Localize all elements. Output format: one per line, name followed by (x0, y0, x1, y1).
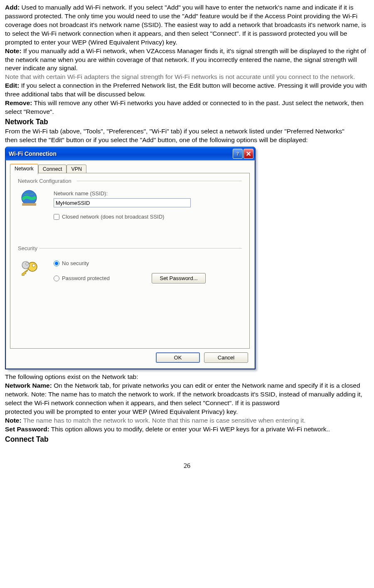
heading-connect-tab: Connect Tab (5, 435, 369, 445)
radio-password-protected-label: Password protected (62, 275, 110, 282)
svg-point-7 (26, 263, 28, 265)
add-text: Used to manually add Wi-Fi network. If y… (5, 4, 366, 46)
edit-label: Edit: (5, 82, 19, 89)
paragraph-note2: Note: The name has to match the network … (5, 416, 369, 425)
set-password-button[interactable]: Set Password... (152, 273, 206, 283)
close-button[interactable] (244, 149, 253, 159)
close-icon (246, 151, 251, 157)
dialog-screenshot: Wi-Fi Connection ? Network Connect VPN N… (5, 147, 257, 369)
paragraph-network-name: Network Name: On the Network tab, for pr… (5, 381, 369, 408)
paragraph-note1: Note: If you manually add a Wi-Fi networ… (5, 47, 369, 73)
note1-label: Note: (5, 47, 22, 54)
groupbox-security-line (39, 248, 242, 248)
closed-network-label: Closed network (does not broadcast SSID) (62, 213, 164, 221)
closed-network-checkbox-wrap[interactable]: Closed network (does not broadcast SSID) (54, 213, 164, 221)
globe-icon (20, 189, 38, 207)
network-name-text: On the Network tab, for private networks… (5, 382, 362, 406)
network-tab-intro1: From the Wi-Fi tab (above, "Tools", "Pre… (5, 127, 369, 136)
svg-point-5 (32, 264, 35, 267)
note2-label: Note: (5, 417, 22, 424)
radio-no-security-wrap[interactable]: No security (54, 260, 89, 267)
radio-password-protected[interactable] (54, 276, 59, 281)
tab-panel: Network Configuration Network name (SSID… (10, 173, 250, 349)
dialog-title: Wi-Fi Connection (9, 150, 232, 158)
radio-no-security-label: No security (62, 260, 89, 267)
svg-text:?: ? (236, 151, 239, 157)
groupbox-network-config-line (77, 181, 242, 181)
paragraph-add: Add: Used to manually add Wi-Fi network.… (5, 3, 369, 47)
note2-gray-text: The name has to match the network to wor… (22, 417, 306, 424)
ssid-input[interactable] (54, 198, 191, 207)
remove-text: This will remove any other Wi-Fi network… (5, 99, 364, 115)
edit-text: If you select a connection in the Prefer… (5, 82, 367, 98)
add-label: Add: (5, 4, 20, 11)
set-password-text: This option allows you to modify, delete… (49, 426, 330, 433)
radio-password-protected-wrap[interactable]: Password protected (54, 275, 110, 282)
radio-no-security[interactable] (54, 261, 59, 266)
network-tab-intro2: then select the "Edit" button or if you … (5, 136, 369, 145)
paragraph-edit: Edit: If you select a connection in the … (5, 81, 369, 99)
network-name-label: Network Name: (5, 382, 52, 389)
help-icon: ? (235, 151, 241, 157)
svg-rect-3 (22, 203, 36, 206)
ssid-label: Network name (SSID): (54, 190, 108, 197)
paragraph-set-password: Set Password: This option allows you to … (5, 425, 369, 434)
heading-network-tab: Network Tab (5, 117, 369, 127)
paragraph-gray1: Note that with certain Wi-Fi adapters th… (5, 73, 369, 81)
ok-button[interactable]: OK (156, 352, 200, 363)
dialog-titlebar[interactable]: Wi-Fi Connection ? (5, 147, 255, 160)
note1-text: If you manually add a Wi-Fi network, whe… (5, 47, 366, 72)
network-name-text2: protected you will be prompted to enter … (5, 408, 369, 416)
groupbox-network-config-label: Network Configuration (16, 177, 73, 185)
closed-network-checkbox[interactable] (54, 214, 59, 220)
cancel-button[interactable]: Cancel (204, 352, 248, 363)
groupbox-security-label: Security (16, 245, 39, 252)
remove-label: Remove: (5, 99, 32, 106)
wifi-connection-dialog: Wi-Fi Connection ? Network Connect VPN N… (5, 147, 256, 369)
dialog-bottom-buttons: OK Cancel (156, 352, 248, 363)
tab-network[interactable]: Network (10, 164, 38, 175)
svg-point-6 (22, 261, 30, 269)
after-dialog-intro: The following options exist on the Netwo… (5, 373, 369, 381)
page-number: 26 (5, 461, 369, 470)
paragraph-remove: Remove: This will remove any other Wi-Fi… (5, 99, 369, 116)
set-password-label: Set Password: (5, 426, 49, 433)
help-button[interactable]: ? (233, 149, 243, 159)
key-icon (20, 261, 39, 276)
